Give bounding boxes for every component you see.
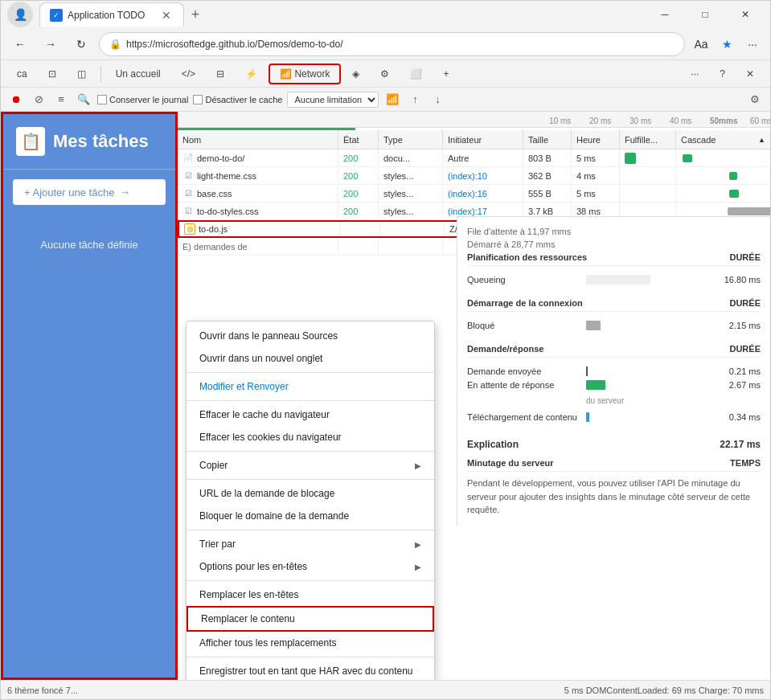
reader-icon[interactable]: Aa <box>690 33 712 55</box>
ctx-show-replacements[interactable]: Afficher tous les remplacements <box>187 632 434 654</box>
timing-bar-container <box>586 412 706 422</box>
ctx-clear-cache[interactable]: Effacer le cache du navigateur <box>187 403 434 426</box>
tab-code[interactable]: </> <box>172 65 205 83</box>
devtools-more-button[interactable]: ··· <box>681 65 708 83</box>
cell-type: docu... <box>379 149 443 166</box>
ctx-header-options[interactable]: Options pour les en-têtes ▶ <box>187 555 434 578</box>
timing-row: Demande envoyée 0.21 ms <box>467 362 761 380</box>
maximize-button[interactable]: □ <box>687 1 724 28</box>
cell-cascade <box>676 185 770 202</box>
table-row[interactable]: ☑ base.css 200 styles... (index):16 555 … <box>178 185 770 203</box>
submenu-arrow-icon: ▶ <box>415 461 421 470</box>
active-tab[interactable]: ✓ Application TODO ✕ <box>39 2 184 27</box>
ctx-block-domain[interactable]: Bloquer le domaine de la demande <box>187 505 434 527</box>
url-bar[interactable]: 🔒 https://microsoftedge.github.io/Demos/… <box>99 32 685 56</box>
timing-connection-start: Démarrage de la connexion DURÉE Bloqué 2… <box>467 298 761 334</box>
preserve-log-checkbox[interactable]: Conserver le journal <box>97 95 188 104</box>
tab-layers[interactable]: ◈ <box>342 65 369 83</box>
cell-size: 555 B <box>523 185 572 202</box>
forward-button[interactable]: → <box>38 31 64 57</box>
timing-row: Téléchargement de contenu 0.34 ms <box>467 408 761 426</box>
cell-status: 200 <box>338 203 379 219</box>
col-header-cascade: Cascade ▲ <box>676 130 770 149</box>
preserve-checkbox-box <box>97 95 107 104</box>
record-button[interactable]: ⏺ <box>7 91 25 108</box>
devtools-help-button[interactable]: ? <box>710 65 735 83</box>
timing-section-header: Planification des ressources DURÉE <box>467 252 761 266</box>
tab-network[interactable]: 📶 Network <box>269 63 341 84</box>
cache-checkbox-box <box>193 95 203 104</box>
refresh-button[interactable]: ↻ <box>68 31 94 57</box>
ctx-open-tab[interactable]: Ouvrir dans un nouvel onglet <box>187 347 434 370</box>
tab-favicon: ✓ <box>50 9 63 22</box>
tab-console[interactable]: ⊡ <box>39 65 66 83</box>
queue-note: File d'attente à 11,97 mms <box>467 227 761 236</box>
download-icon[interactable]: ↓ <box>429 91 446 108</box>
minimize-button[interactable]: ─ <box>646 1 683 28</box>
tab-plus[interactable]: + <box>433 65 458 83</box>
timing-bar <box>586 380 605 390</box>
add-task-button[interactable]: + Ajouter une tâche → <box>13 179 166 205</box>
ctx-copy[interactable]: Copier ▶ <box>187 454 434 477</box>
cell-size: 362 B <box>523 167 572 184</box>
timing-bar <box>586 275 650 285</box>
sort-arrow-icon: ▲ <box>758 136 765 144</box>
timing-bar-container <box>586 380 706 390</box>
network-settings-icon[interactable]: ⚙ <box>746 91 764 108</box>
ctx-replace-content[interactable]: Remplacer le contenu <box>187 606 434 632</box>
timing-bar <box>586 366 588 376</box>
cell-status: 200 <box>338 167 379 184</box>
search-button[interactable]: 🔍 <box>75 91 92 108</box>
cell-fulfilled <box>620 167 676 184</box>
timing-total: Explication 22.17 ms <box>467 436 761 450</box>
timing-bar <box>586 412 589 422</box>
tab-application[interactable]: ⚙ <box>371 65 399 83</box>
app-logo-icon: 📋 <box>16 127 45 156</box>
tab-strip: ✓ Application TODO ✕ + <box>39 1 640 28</box>
browser-window: 👤 ✓ Application TODO ✕ + ─ □ ✕ ← → ↻ 🔒 h… <box>0 0 771 700</box>
tab-more[interactable]: ⬜ <box>400 65 432 83</box>
cell-type <box>380 222 445 236</box>
profile-button[interactable]: 👤 <box>7 2 33 27</box>
tab-performance[interactable]: ⚡ <box>236 65 267 83</box>
cell-size: 803 B <box>523 149 572 166</box>
favorites-icon[interactable]: ★ <box>716 33 738 55</box>
ctx-save-har[interactable]: Enregistrer tout en tant que HAR avec du… <box>187 660 434 680</box>
filter-button[interactable]: ≡ <box>52 91 70 108</box>
ctx-clear-cookies[interactable]: Effacer les cookies du navigateur <box>187 426 434 448</box>
url-text: https://microsoftedge.github.io/Demos/de… <box>126 39 675 50</box>
tab-close-button[interactable]: ✕ <box>159 8 174 23</box>
ctx-open-sources[interactable]: Ouvrir dans le panneau Sources <box>187 325 434 347</box>
js-icon: ⚙ <box>184 223 195 235</box>
devtools-close-button[interactable]: ✕ <box>736 65 764 83</box>
table-row[interactable]: ☑ light-theme.css 200 styles... (index):… <box>178 167 770 185</box>
tab-device[interactable]: ⊟ <box>207 65 234 83</box>
started-note: Démarré à 28,77 mms <box>467 239 761 249</box>
throttle-select[interactable]: Aucune limitation <box>287 92 379 108</box>
back-button[interactable]: ← <box>7 31 33 57</box>
timing-resource-scheduling: Planification des ressources DURÉE Queue… <box>467 252 761 289</box>
tab-sources[interactable]: ◫ <box>68 65 96 83</box>
tab-elements[interactable]: ca <box>7 65 37 83</box>
cell-type: styles... <box>379 185 443 202</box>
stop-button[interactable]: ⊘ <box>30 91 47 108</box>
ctx-block-url[interactable]: URL de la demande de blocage <box>187 482 434 505</box>
ctx-modify-resend[interactable]: Modifier et Renvoyer <box>187 375 434 398</box>
new-tab-button[interactable]: + <box>184 3 207 26</box>
tab-welcome[interactable]: Un accueil <box>106 65 170 83</box>
timing-server-note: Pendant le développement, vous pouvez ut… <box>467 477 761 517</box>
more-tools-icon[interactable]: ··· <box>741 33 764 55</box>
cell-type <box>379 238 443 255</box>
upload-icon[interactable]: ↑ <box>406 91 424 108</box>
col-header-type: Type <box>379 130 443 149</box>
cell-status <box>338 238 379 255</box>
ctx-replace-headers[interactable]: Remplacer les en-têtes <box>187 583 434 606</box>
ctx-sort[interactable]: Trier par ▶ <box>187 533 434 555</box>
close-button[interactable]: ✕ <box>727 1 764 28</box>
cell-fulfilled <box>620 185 676 202</box>
disable-cache-checkbox[interactable]: Désactiver le cache <box>193 95 282 104</box>
cell-status: 200 <box>338 149 379 166</box>
table-row[interactable]: 📄 demo-to-do/ 200 docu... Autre 803 B 5 … <box>178 149 770 167</box>
cell-status: 200 <box>338 185 379 202</box>
cell-type: styles... <box>379 167 443 184</box>
